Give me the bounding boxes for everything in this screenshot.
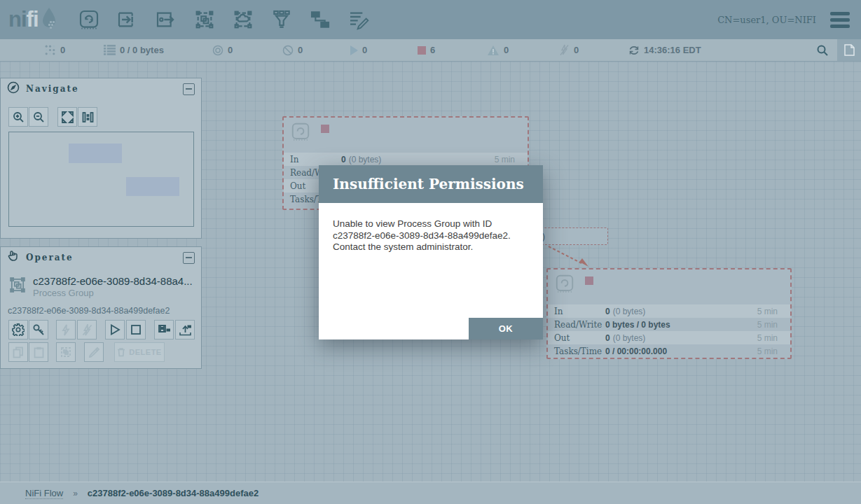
stat-label: In xyxy=(290,155,341,164)
stat-value: 0 bytes / 0 bytes xyxy=(605,320,670,330)
stat-window: 5 min xyxy=(757,333,778,343)
hand-icon xyxy=(7,250,20,265)
component-toolbar xyxy=(76,7,371,32)
logo-text-fi: fi xyxy=(27,6,39,34)
stopped-square-icon xyxy=(418,46,426,55)
selected-component-id: c23788f2-e06e-3089-8d34-88a499defae2 xyxy=(8,306,170,316)
invalid-count: 0 xyxy=(504,45,509,55)
stat-label: Tasks/Time xyxy=(554,346,605,356)
stopped-flag-icon xyxy=(321,125,329,133)
ok-button[interactable]: OK xyxy=(469,318,543,340)
stats-row-in: In 0 (0 bytes) 5 min xyxy=(284,153,528,166)
birdseye-map[interactable] xyxy=(8,132,194,227)
breadcrumb-current: c23788f2-e06e-3089-8d34-88a499defae2 xyxy=(88,488,259,498)
navigate-panel-header[interactable]: Navigate xyxy=(1,78,201,99)
operate-panel-header[interactable]: Operate xyxy=(1,247,201,268)
current-user[interactable]: CN=user1, OU=NIFI xyxy=(717,15,816,25)
nifi-app: nifi xyxy=(0,0,861,504)
stopped-flag-icon xyxy=(585,276,593,285)
logo-text-ni: ni xyxy=(8,6,27,34)
operate-collapse-button[interactable] xyxy=(183,252,195,264)
flow-canvas[interactable]: In 0 (0 bytes) 5 min Read/Write 0 bytes … xyxy=(0,62,861,482)
zoom-fit-button[interactable] xyxy=(57,107,77,127)
processor-ghost-icon xyxy=(554,273,575,297)
active-threads-icon xyxy=(44,44,56,56)
stats-row-readwrite: Read/Write 0 bytes / 0 bytes 5 min xyxy=(548,318,790,331)
process-group-ghost-lower[interactable]: In 0 (0 bytes) 5 min Read/Write 0 bytes … xyxy=(546,268,792,359)
delete-button[interactable]: DELETE xyxy=(114,342,165,362)
dialog-header: Insufficient Permissions xyxy=(319,165,543,203)
zoom-in-button[interactable] xyxy=(8,107,28,127)
disabled-count: 0 xyxy=(574,45,579,55)
disabled-status: 0 xyxy=(559,39,579,61)
process-group-icon xyxy=(8,274,27,299)
insufficient-permissions-dialog: Insufficient Permissions Unable to view … xyxy=(319,165,543,340)
compass-icon xyxy=(7,81,20,97)
active-threads-status: 0 xyxy=(44,39,65,61)
label-component-button[interactable] xyxy=(346,7,371,32)
breadcrumb-root-link[interactable]: NiFi Flow xyxy=(25,488,63,499)
stat-value: 0 / 00:00:00.000 xyxy=(605,346,667,356)
disable-button[interactable] xyxy=(77,320,97,340)
enable-button[interactable] xyxy=(56,320,76,340)
fill-color-button[interactable] xyxy=(84,342,104,362)
not-transmitting-icon xyxy=(282,45,294,56)
selected-component-name: c23788f2-e06e-3089-8d34-88a4... xyxy=(33,275,195,287)
nifi-drop-icon xyxy=(40,6,58,34)
invalid-status: 0 xyxy=(487,39,509,61)
queued-status: 0 / 0 bytes xyxy=(104,39,164,61)
birdseye-group-rect xyxy=(126,177,179,196)
template-component-button[interactable] xyxy=(308,7,333,32)
queued-count: 0 / 0 bytes xyxy=(120,45,164,55)
stopped-count: 6 xyxy=(430,45,435,55)
search-button[interactable] xyxy=(812,39,833,61)
stat-value: 0 xyxy=(341,155,346,164)
disabled-bolt-icon xyxy=(559,44,570,56)
zoom-actual-size-button[interactable] xyxy=(78,107,97,127)
stop-button[interactable] xyxy=(126,320,146,340)
not-transmitting-count: 0 xyxy=(298,45,303,55)
invalid-warning-icon xyxy=(487,45,500,56)
running-play-icon xyxy=(350,46,358,55)
connection-arrow[interactable] xyxy=(539,237,602,272)
stat-value: 0 xyxy=(605,307,610,316)
transmitting-status: 0 xyxy=(212,39,233,61)
stats-row-in: In 0 (0 bytes) 5 min xyxy=(548,304,790,318)
stat-value-detail: (0 bytes) xyxy=(613,307,646,316)
processor-component-button[interactable] xyxy=(76,7,102,32)
copy-button[interactable] xyxy=(8,342,28,362)
create-template-button[interactable] xyxy=(154,320,174,340)
queued-list-icon xyxy=(104,45,116,55)
refresh-icon[interactable] xyxy=(628,45,640,56)
input-port-component-button[interactable] xyxy=(115,7,140,32)
operate-panel: Operate c23788f2-e06e-3089-8d34-88a4... … xyxy=(0,246,202,369)
dialog-message: Unable to view Process Group with ID c23… xyxy=(333,218,530,253)
stopped-status: 6 xyxy=(418,39,435,61)
global-menu-button[interactable] xyxy=(829,9,851,31)
navigate-panel: Navigate xyxy=(0,78,202,239)
birdseye-group-rect xyxy=(69,144,122,163)
stat-label: Read/Write xyxy=(554,320,605,330)
group-button[interactable] xyxy=(56,342,76,362)
selected-component-type: Process Group xyxy=(33,288,94,298)
navigate-collapse-button[interactable] xyxy=(183,83,195,95)
paste-button[interactable] xyxy=(29,342,48,362)
zoom-out-button[interactable] xyxy=(29,107,48,127)
configure-button[interactable] xyxy=(8,320,28,340)
remote-process-group-component-button[interactable] xyxy=(230,7,256,32)
stat-value: 0 xyxy=(605,333,610,343)
stats-row-out: Out 0 (0 bytes) 5 min xyxy=(548,331,790,344)
process-group-component-button[interactable] xyxy=(192,7,217,32)
access-policies-button[interactable] xyxy=(29,320,48,340)
last-refresh-time: 14:36:16 EDT xyxy=(644,45,701,55)
breadcrumb-separator: » xyxy=(73,489,78,498)
birdseye-toggle-button[interactable] xyxy=(837,39,861,61)
upload-template-button[interactable] xyxy=(175,320,195,340)
refresh-status[interactable]: 14:36:16 EDT xyxy=(628,39,701,61)
output-port-component-button[interactable] xyxy=(153,7,179,32)
start-button[interactable] xyxy=(105,320,125,340)
funnel-component-button[interactable] xyxy=(269,7,294,32)
stat-window: 5 min xyxy=(757,307,778,316)
nifi-logo: nifi xyxy=(8,6,58,34)
stat-window: 5 min xyxy=(757,346,778,356)
